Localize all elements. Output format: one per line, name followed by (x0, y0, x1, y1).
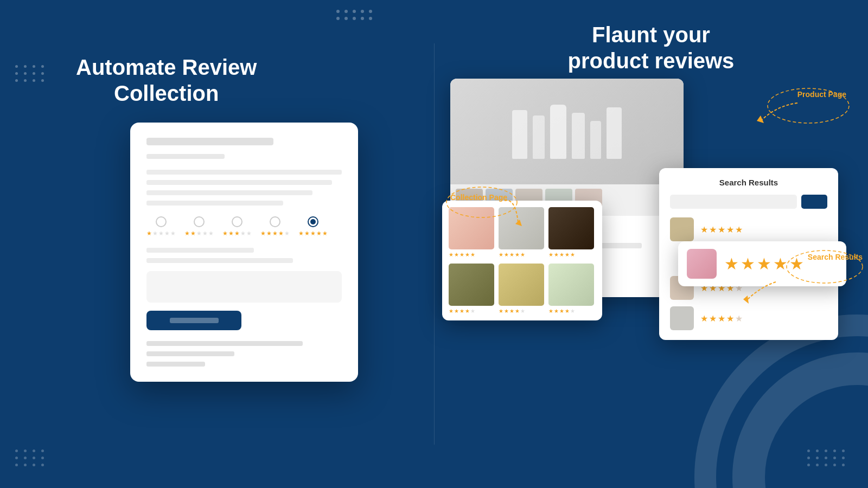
product-page-label: Product Page (797, 89, 846, 99)
left-title: Automate Review Collection (76, 54, 257, 106)
search-result-item-4: ★★★★★ (670, 306, 827, 330)
svg-marker-2 (515, 220, 522, 226)
search-results-arrow (738, 277, 781, 309)
dots-left-top (15, 65, 46, 82)
form-card: ★ ★ ★ ★ ★ ★ ★ ★ ★ ★ (130, 123, 358, 382)
svg-marker-3 (757, 115, 764, 123)
review-textarea[interactable] (146, 271, 342, 303)
search-input-mock[interactable] (670, 195, 797, 209)
radio-option-1star[interactable]: ★ ★ ★ ★ ★ (146, 216, 176, 237)
radio-option-3star[interactable]: ★ ★ ★ ★ ★ (222, 216, 252, 237)
dots-bottom-left (15, 450, 46, 466)
search-result-item-1: ★★★★★ (670, 217, 827, 241)
radio-option-4star[interactable]: ★ ★ ★ ★ ★ (260, 216, 290, 237)
radio-options[interactable]: ★ ★ ★ ★ ★ ★ ★ ★ ★ ★ (146, 216, 342, 237)
product-arrow (749, 95, 803, 127)
radio-option-5star[interactable]: ★ ★ ★ ★ ★ (298, 216, 328, 237)
search-button-mock[interactable] (801, 195, 827, 209)
radio-option-2star[interactable]: ★ ★ ★ ★ ★ (184, 216, 214, 237)
search-results-label: Search Results (808, 252, 863, 262)
svg-marker-4 (743, 296, 749, 304)
section-divider (434, 43, 435, 445)
search-results-title: Search Results (670, 178, 827, 187)
dots-bottom-right (807, 450, 846, 466)
collection-arrow (499, 192, 542, 236)
submit-button[interactable] (146, 311, 241, 330)
right-title: Flaunt your product reviews (434, 22, 868, 74)
